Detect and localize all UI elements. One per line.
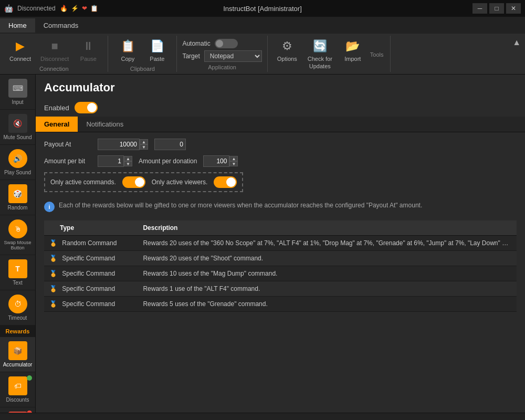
automatic-toggle[interactable] [215, 39, 238, 48]
tools-buttons: ⚙ Options 🔄 Check forUpdates 📂 Import [274, 36, 366, 71]
table-row[interactable]: 🏅 Specific Command Rewards 20 uses of th… [44, 251, 517, 266]
paste-button[interactable]: 📄 Paste [144, 36, 170, 65]
payout-at-label: Payout At [44, 141, 91, 148]
only-active-commands-toggle[interactable] [122, 176, 145, 188]
rewards-table: Type Description 🏅 Random Command Reward… [44, 220, 517, 312]
table-row[interactable]: 🏅 Specific Command Rewards 5 uses of the… [44, 297, 517, 312]
row-description-cell: Rewards 20 uses of the "Shoot" command. [138, 251, 517, 266]
application-group-label: Application [182, 63, 261, 70]
table-row[interactable]: 🏅 Specific Command Rewards 10 uses of th… [44, 266, 517, 281]
timeout-icon: ⏱ [8, 295, 27, 313]
sidebar-item-discounts[interactable]: 🏷 Discounts [0, 372, 35, 407]
row-type: Random Command [62, 239, 117, 247]
amount-per-bit-input[interactable] [98, 155, 124, 167]
minimize-button[interactable]: ─ [472, 3, 487, 14]
sidebar-item-play-sound[interactable]: 🔊 Play Sound [0, 145, 35, 180]
pause-button[interactable]: ⏸ Pause [75, 36, 101, 65]
input-icon: ⌨ [8, 79, 27, 98]
disconnected-label: Disconnected [17, 5, 56, 12]
play-icon: ▶ [12, 38, 28, 55]
pause-label: Pause [80, 56, 97, 62]
follower-badge [27, 411, 32, 413]
page-title: Accumulator [44, 81, 114, 94]
sidebar-item-timeout[interactable]: ⏱ Timeout [0, 290, 35, 326]
row-icon: 🏅 [49, 285, 57, 292]
table-row[interactable]: 🏅 Random Command Rewards 20 uses of the … [44, 236, 517, 251]
disconnect-button[interactable]: ■ Disconnect [37, 36, 72, 65]
enabled-toggle[interactable] [75, 102, 98, 113]
only-active-viewers-toggle[interactable] [214, 176, 237, 188]
discounts-badge [27, 375, 32, 381]
sidebar-item-follower[interactable]: ❤ Follower [0, 407, 35, 413]
paste-label: Paste [150, 56, 164, 62]
sidebar-label-timeout: Timeout [8, 315, 27, 321]
automatic-label: Automatic [182, 40, 210, 47]
active-toggles-row: Only active commands. Only active viewer… [44, 172, 517, 192]
options-button[interactable]: ⚙ Options [274, 36, 300, 65]
sidebar-item-mute-sound[interactable]: 🔇 Mute Sound [0, 110, 35, 145]
disconnect-label: Disconnect [40, 56, 69, 62]
tools-group-label: Tools [370, 50, 384, 58]
ribbon-group-tools: ⚙ Options 🔄 Check forUpdates 📂 Import To… [268, 36, 391, 72]
follower-icon: ❤ [8, 412, 27, 413]
target-select[interactable]: Notepad [204, 50, 262, 62]
amount-per-donation-input[interactable] [203, 155, 229, 167]
amount-row: Amount per bit ▲ ▼ Amount per donation ▲… [44, 155, 517, 167]
row-type-cell: 🏅 Specific Command [44, 251, 138, 266]
row-description-cell: Rewards 1 use of the "ALT F4" command. [138, 281, 517, 297]
row-icon: 🏅 [49, 255, 57, 262]
table-header-row: Type Description [44, 220, 517, 236]
nav-icon-2: ⚡ [71, 5, 79, 12]
nav-icons: 🔥 ⚡ ❤ 📋 [60, 5, 98, 12]
only-active-viewers-knob [226, 177, 236, 187]
connection-buttons: ▶ Connect ■ Disconnect ⏸ Pause [6, 36, 101, 65]
payout-at-up[interactable]: ▲ [140, 139, 148, 144]
menu-tab-commands[interactable]: Commands [35, 18, 87, 33]
connect-button[interactable]: ▶ Connect [6, 36, 34, 65]
tab-general[interactable]: General [36, 117, 78, 132]
import-button[interactable]: 📂 Import [340, 36, 366, 65]
info-icon: i [44, 202, 55, 212]
refresh-icon: 🔄 [311, 38, 328, 55]
payout-at-row: Payout At ▲ ▼ [44, 139, 517, 150]
amount-per-bit-down[interactable]: ▼ [124, 161, 132, 166]
copy-icon: 📋 [119, 38, 136, 55]
main-layout: ⌨ Input 🔇 Mute Sound 🔊 Play Sound 🎲 Rand… [0, 75, 525, 413]
tab-notifications[interactable]: Notifications [78, 117, 132, 132]
info-box: i Each of the rewards below will be gift… [44, 197, 517, 216]
row-type-cell: 🏅 Specific Command [44, 281, 138, 297]
payout-at-extra-input[interactable] [154, 139, 186, 150]
row-icon: 🏅 [49, 300, 57, 308]
ribbon-collapse-button[interactable]: ▲ [508, 36, 525, 72]
row-icon: 🏅 [49, 270, 57, 277]
sidebar-item-text[interactable]: T Text [0, 255, 35, 290]
nav-icon-3: ❤ [82, 5, 87, 12]
ribbon-group-clipboard: 📋 Copy 📄 Paste Clipboard [108, 36, 177, 72]
maximize-button[interactable]: □ [489, 3, 504, 14]
clipboard-group-label: Clipboard [130, 65, 155, 72]
sidebar-item-swap-mouse[interactable]: 🖱 Swap Mouse Button [0, 215, 35, 255]
check-updates-button[interactable]: 🔄 Check forUpdates [304, 36, 335, 71]
copy-button[interactable]: 📋 Copy [114, 36, 141, 65]
random-icon: 🎲 [8, 184, 27, 203]
payout-at-input[interactable] [98, 139, 140, 150]
menubar: Home Commands [0, 17, 525, 34]
connect-label: Connect [9, 56, 31, 62]
amount-per-bit-up[interactable]: ▲ [124, 156, 132, 161]
amount-per-bit-spinner: ▲ ▼ [98, 155, 132, 167]
import-label: Import [344, 56, 361, 62]
ribbon-group-connection: ▶ Connect ■ Disconnect ⏸ Pause Connectio… [0, 36, 108, 72]
close-button[interactable]: ✕ [506, 3, 521, 14]
pause-icon: ⏸ [80, 38, 97, 55]
sidebar-item-accumulator[interactable]: 📦 Accumulator [0, 337, 35, 372]
sidebar-item-random[interactable]: 🎲 Random [0, 180, 35, 215]
menu-tab-home[interactable]: Home [0, 18, 35, 33]
payout-at-down[interactable]: ▼ [140, 144, 148, 150]
table-row[interactable]: 🏅 Specific Command Rewards 1 use of the … [44, 281, 517, 297]
only-active-commands-knob [135, 177, 144, 187]
amount-per-donation-up[interactable]: ▲ [229, 156, 238, 161]
paste-icon: 📄 [149, 38, 165, 55]
amount-per-donation-down[interactable]: ▼ [229, 161, 238, 166]
sidebar-label-random: Random [8, 205, 28, 211]
sidebar-item-input[interactable]: ⌨ Input [0, 75, 35, 110]
